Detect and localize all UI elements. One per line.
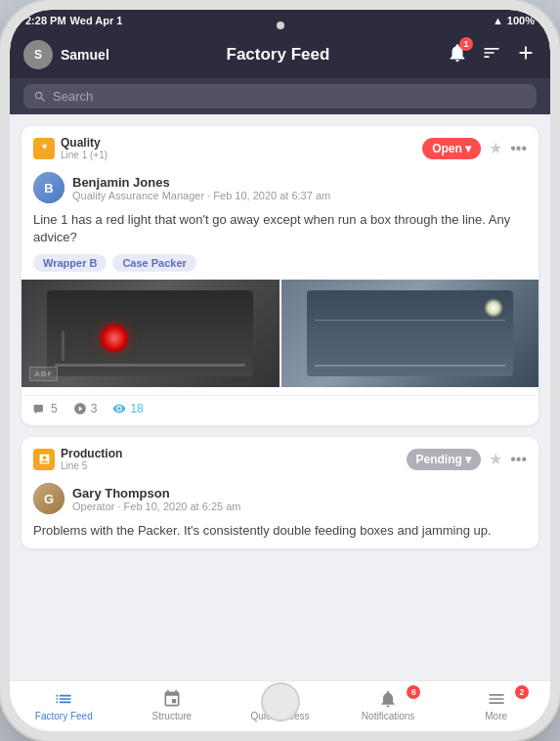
notifications-icon[interactable]: 1 <box>447 42 468 67</box>
views-count-1: 18 <box>130 402 143 415</box>
author-role-2: Operator <box>72 501 114 512</box>
more-options-1[interactable]: ••• <box>510 140 527 157</box>
machine-image-left: ABF <box>22 280 280 387</box>
post-images-1: ABF <box>22 280 538 395</box>
post-author-1: B Benjamin Jones Quality Assurance Manag… <box>22 166 538 207</box>
nav-structure[interactable]: Structure <box>118 687 227 723</box>
footer-comments-1[interactable]: 5 <box>33 402 58 415</box>
category-info-2: Production Line 5 <box>61 447 122 471</box>
camera-dot <box>277 22 284 29</box>
post-image-right[interactable] <box>281 280 539 387</box>
category-icon-quality <box>33 138 55 159</box>
author-date-2: Feb 10, 2020 at 6:25 am <box>124 501 241 512</box>
post-tags-1: Wrapper B Case Packer <box>22 254 538 280</box>
battery-icon: 100% <box>507 15 535 26</box>
nav-label-factory-feed: Factory Feed <box>35 711 93 721</box>
category-line-1: Line 1 (+1) <box>61 150 108 160</box>
author-avatar-1: B <box>33 172 65 203</box>
search-placeholder: Search <box>53 89 93 104</box>
page-title: Factory Feed <box>227 45 330 65</box>
reactions-count-1: 3 <box>91 402 98 415</box>
author-meta-2: Operator · Feb 10, 2020 at 6:25 am <box>72 501 240 512</box>
card-category-1: Quality Line 1 (+1) <box>33 136 108 160</box>
nav-factory-feed[interactable]: Factory Feed <box>10 687 118 723</box>
header-actions: 1 <box>447 42 537 67</box>
search-input-wrap[interactable]: Search <box>23 84 537 109</box>
category-icon-production <box>33 449 55 470</box>
nav-notifications[interactable]: 6 Notifications <box>334 687 443 723</box>
app-header: S Samuel Factory Feed 1 <box>10 31 550 78</box>
header-left: S Samuel <box>23 40 109 69</box>
author-role-1: Quality Assurance Manager <box>72 190 204 201</box>
search-icon <box>33 90 47 104</box>
nav-label-notifications: Notifications <box>362 711 414 721</box>
device: 2:28 PM Wed Apr 1 ▲ 100% S Samuel Factor… <box>0 0 560 741</box>
author-info-1: Benjamin Jones Quality Assurance Manager… <box>72 175 330 201</box>
status-date: Wed Apr 1 <box>70 15 123 26</box>
nav-more[interactable]: 2 More <box>442 687 550 723</box>
card-category-2: Production Line 5 <box>33 447 122 471</box>
post-card-1: Quality Line 1 (+1) Open ▾ ★ ••• B <box>22 126 538 425</box>
comments-count-1: 5 <box>51 402 58 415</box>
author-info-2: Gary Thompson Operator · Feb 10, 2020 at… <box>72 486 240 512</box>
user-avatar[interactable]: S <box>23 40 53 69</box>
add-icon[interactable] <box>515 42 537 67</box>
post-footer-1: 5 3 18 <box>22 395 538 425</box>
card-header-1: Quality Line 1 (+1) Open ▾ ★ ••• <box>22 126 538 166</box>
more-nav-badge: 2 <box>515 685 529 699</box>
filter-icon[interactable] <box>482 43 501 66</box>
more-nav-icon <box>487 689 506 709</box>
category-name-2: Production <box>61 447 122 460</box>
star-icon-2[interactable]: ★ <box>489 450 502 468</box>
post-card-2: Production Line 5 Pending ▾ ★ ••• G <box>22 437 538 547</box>
factory-feed-nav-icon <box>54 689 73 709</box>
status-time: 2:28 PM <box>25 15 66 26</box>
card-header-2: Production Line 5 Pending ▾ ★ ••• <box>22 437 538 477</box>
tag-case-packer[interactable]: Case Packer <box>112 254 195 272</box>
footer-views-1: 18 <box>112 402 143 415</box>
author-name-1: Benjamin Jones <box>72 175 330 190</box>
footer-reactions-1[interactable]: 3 <box>73 402 98 415</box>
author-name-2: Gary Thompson <box>72 486 240 501</box>
views-icon <box>112 402 126 415</box>
post-author-2: G Gary Thompson Operator · Feb 10, 2020 … <box>22 477 538 518</box>
author-meta-1: Quality Assurance Manager · Feb 10, 2020… <box>72 190 330 201</box>
nav-label-structure: Structure <box>152 711 193 721</box>
post-image-left[interactable]: ABF <box>22 280 280 387</box>
category-name-1: Quality <box>61 136 108 150</box>
category-line-2: Line 5 <box>61 460 122 471</box>
star-icon-1[interactable]: ★ <box>489 139 502 157</box>
category-info-1: Quality Line 1 (+1) <box>61 136 108 160</box>
status-button-2[interactable]: Pending ▾ <box>407 449 482 470</box>
post-body-1: Line 1 has a red light that won't go awa… <box>22 207 538 254</box>
more-options-2[interactable]: ••• <box>510 451 527 468</box>
status-button-1[interactable]: Open ▾ <box>422 138 481 159</box>
author-date-1: Feb 10, 2020 at 6:37 am <box>213 190 330 201</box>
reactions-icon <box>73 402 87 415</box>
structure-nav-icon <box>162 689 182 709</box>
search-bar: Search <box>10 78 550 114</box>
tag-wrapper-b[interactable]: Wrapper B <box>33 254 107 272</box>
user-name: Samuel <box>61 47 109 63</box>
wifi-icon: ▲ <box>493 15 503 26</box>
notifications-nav-icon <box>378 689 398 709</box>
main-content: Quality Line 1 (+1) Open ▾ ★ ••• B <box>10 114 550 680</box>
machine-image-right <box>281 280 539 387</box>
red-light-indicator <box>101 325 128 352</box>
home-button[interactable] <box>261 682 300 721</box>
notification-badge: 1 <box>459 37 473 51</box>
author-avatar-2: G <box>33 483 65 514</box>
image-overlay-1: ABF <box>29 367 58 381</box>
card-actions-1: Open ▾ ★ ••• <box>422 138 527 159</box>
post-body-2: Problems with the Packer. It's consisten… <box>22 518 538 547</box>
card-actions-2: Pending ▾ ★ ••• <box>407 449 527 470</box>
nav-label-more: More <box>485 711 507 721</box>
notifications-nav-badge: 6 <box>407 685 420 699</box>
comments-icon <box>33 402 47 415</box>
